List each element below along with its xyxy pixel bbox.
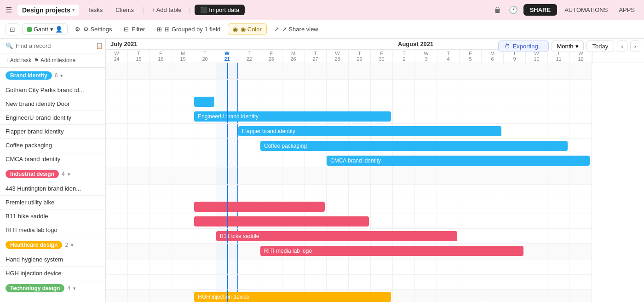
gantt-bar-5[interactable] <box>194 202 325 212</box>
gantt-cell <box>437 260 459 274</box>
share-button[interactable]: SHARE <box>523 4 558 16</box>
gantt-body[interactable]: EngineerU brand identityFlapper brand id… <box>106 63 644 302</box>
gantt-cell <box>172 139 194 153</box>
gantt-cell <box>194 139 216 153</box>
gantt-cell <box>481 185 503 199</box>
group-header-0[interactable]: Brand identity 6 ▾ <box>0 68 105 83</box>
gantt-bar-9[interactable]: HGH injection device <box>194 292 391 302</box>
gantt-bar-2[interactable]: Flapper brand identity <box>238 126 501 136</box>
gantt-cell <box>437 199 459 214</box>
gantt-cell <box>503 80 525 94</box>
gantt-cell <box>150 244 172 260</box>
gantt-cell <box>371 199 393 214</box>
row-item-0-5[interactable]: CMCA brand identity <box>0 152 105 166</box>
search-input[interactable] <box>16 42 93 49</box>
gantt-cell <box>393 199 415 214</box>
today-line <box>227 214 228 228</box>
gantt-cell <box>437 63 459 79</box>
gantt-cell <box>305 94 327 109</box>
row-item-2-1[interactable]: HGH injection device <box>0 267 105 280</box>
day-column: F5 <box>460 50 482 63</box>
filter-button[interactable]: ⊟ Filter <box>119 24 150 35</box>
gantt-cell <box>238 139 260 153</box>
next-button[interactable]: › <box>630 41 640 52</box>
row-item-0-2[interactable]: EngineerU brand identity <box>0 111 105 125</box>
export-button[interactable]: ⏱ Exporting... <box>498 41 549 52</box>
today-line <box>227 153 228 168</box>
gantt-bar-0[interactable] <box>194 97 214 107</box>
gantt-bar-8[interactable]: RITI media lab logo <box>260 246 523 256</box>
gantt-cell <box>371 63 393 79</box>
month-section-July 2021: July 2021W14T15F16M19T20W21T22F23M26T27W… <box>106 39 393 63</box>
gantt-item-row: Coffee packaging <box>106 139 592 153</box>
row-item-1-0[interactable]: 443 Huntington brand iden... <box>0 182 105 196</box>
gantt-cell <box>569 290 592 302</box>
import-data-button[interactable]: ⬛ Import data <box>195 5 245 15</box>
gantt-item-row <box>106 214 592 229</box>
grouped-button[interactable]: ⊞ ⊞ Grouped by 1 field <box>152 24 225 35</box>
group-header-1[interactable]: Industrial design 4 ▾ <box>0 166 105 182</box>
gantt-cell <box>106 260 128 274</box>
prev-button[interactable]: ‹ <box>617 41 627 52</box>
row-item-0-0[interactable]: Gotham City Parks brand id... <box>0 83 105 97</box>
gantt-cell <box>547 94 569 109</box>
apps-button[interactable]: APPS <box>615 5 638 15</box>
group-header-2[interactable]: Healthcare design 2 ▾ <box>0 237 105 253</box>
group-header-3[interactable]: Technology design 4 ▾ <box>0 280 105 296</box>
gantt-cell <box>393 260 415 274</box>
history-icon[interactable]: 🕐 <box>507 4 520 16</box>
add-milestone-button[interactable]: ⚑ Add milestone <box>34 56 75 64</box>
sidebar-toggle-button[interactable]: ⊡ <box>6 23 19 35</box>
today-button[interactable]: Today <box>586 41 615 52</box>
gantt-cell <box>437 80 459 94</box>
color-button[interactable]: ◉ ◉ Color <box>228 23 267 35</box>
gantt-bar-6[interactable] <box>194 216 369 226</box>
gantt-cell <box>437 290 459 302</box>
row-item-0-4[interactable]: Coffee packaging <box>0 139 105 152</box>
gantt-cell <box>349 185 371 199</box>
gantt-view-button[interactable]: Gantt ▾ 👤 <box>22 23 68 35</box>
menu-icon[interactable]: ☰ <box>6 6 12 14</box>
gantt-cell <box>547 244 569 260</box>
gantt-cell <box>525 80 547 94</box>
gantt-cell <box>150 153 172 168</box>
row-item-1-3[interactable]: RITI media lab logo <box>0 223 105 237</box>
gantt-bar-3[interactable]: Coffee packaging <box>260 141 568 151</box>
gantt-cell <box>305 63 327 79</box>
gantt-cell <box>282 63 305 79</box>
gantt-cell <box>525 109 547 123</box>
gantt-bar-4[interactable]: CMCA brand identity <box>327 156 590 166</box>
gantt-cell <box>194 244 216 260</box>
gantt-cell <box>481 168 503 184</box>
row-item-1-1[interactable]: Premier utility bike <box>0 196 105 209</box>
gantt-cell <box>371 168 393 184</box>
automations-button[interactable]: AUTOMATIONS <box>561 5 611 15</box>
month-select-button[interactable]: Month ▾ <box>552 41 583 52</box>
color-icon: ◉ <box>233 26 238 33</box>
clients-tab[interactable]: Clients <box>111 5 138 15</box>
project-title[interactable]: Design projects ▾ <box>17 5 79 16</box>
gantt-cell <box>349 260 371 274</box>
gantt-bar-1[interactable]: EngineerU brand identity <box>194 111 391 122</box>
gantt-cell <box>371 260 393 274</box>
row-item-1-2[interactable]: B11 bike saddle <box>0 209 105 223</box>
add-table-button[interactable]: + Add table <box>148 5 185 15</box>
row-item-2-0[interactable]: Hand hygiene system <box>0 253 105 267</box>
today-line <box>227 124 228 138</box>
gantt-bar-7[interactable]: B11 bike saddle <box>216 231 457 241</box>
action-bar: + Add task ⚑ Add milestone <box>0 53 105 68</box>
trash-icon[interactable]: 🗑 <box>492 4 503 16</box>
gantt-cell <box>260 275 282 289</box>
gantt-cell <box>150 109 172 123</box>
share-view-button[interactable]: ↗ ↗ Share view <box>270 24 323 35</box>
row-item-0-1[interactable]: New brand identity Door <box>0 97 105 111</box>
row-item-0-3[interactable]: Flapper brand Identity <box>0 125 105 139</box>
tasks-tab[interactable]: Tasks <box>83 5 107 15</box>
gantt-cell <box>547 275 569 289</box>
gantt-cell <box>547 168 569 184</box>
add-task-button[interactable]: + Add task <box>6 56 31 64</box>
gantt-cell <box>150 63 172 79</box>
gantt-cell <box>172 124 194 138</box>
gantt-cell <box>238 168 260 184</box>
settings-button[interactable]: ⚙ ⚙ Settings <box>70 24 117 35</box>
